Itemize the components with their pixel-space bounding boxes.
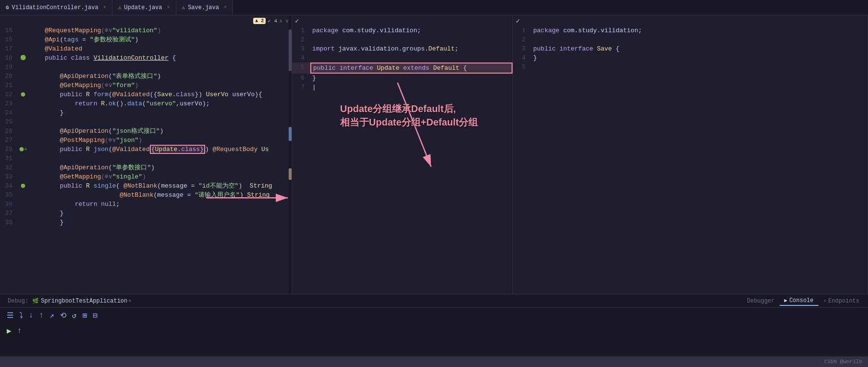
up-btn[interactable]: ↑ <box>16 326 23 336</box>
code-line-34: 34 🟢 public R single( @NotBlank(message … <box>0 181 292 190</box>
code-line-22: 22 🟢 public R form(@Validated({Save.clas… <box>0 90 292 99</box>
code-line-31: 31 <box>0 154 292 163</box>
tool-step-out[interactable]: ↑ <box>38 310 45 321</box>
tool-menu[interactable]: ☰ <box>6 310 14 321</box>
tab-debugger[interactable]: Debugger <box>742 297 780 305</box>
tool-layout[interactable]: ⊟ <box>92 310 98 321</box>
code-line-15: 15 @RequestMapping(⊕∨"vilidation") <box>0 26 292 35</box>
tab-label-mid: Update.java <box>124 4 162 11</box>
left-toolbar: ▲ 2 ✓ 4 ∧ ∨ <box>0 15 292 26</box>
bottom-action-bar: ▶ ↑ <box>0 323 868 339</box>
console-label: Console <box>789 297 813 304</box>
code-line-36: 36 return null; <box>0 200 292 209</box>
console-icon: ▶ <box>784 297 788 304</box>
code-line-23: 23 return R.ok().data("uservo",userVo); <box>0 99 292 108</box>
endpoints-icon: ⚡ <box>823 298 827 304</box>
app-close[interactable]: × <box>128 298 132 304</box>
tool-step-over[interactable]: ⤵ <box>18 310 24 321</box>
left-scrollbar-marker <box>289 127 292 141</box>
tool-rerun[interactable]: ↺ <box>71 310 78 321</box>
spring-app-icon: 🌿 <box>32 298 39 304</box>
tab-icon-orange-right: ⚠ <box>182 4 185 11</box>
bottom-tab-bar: Debug: 🌿 SpringbootTestApplication × Deb… <box>0 294 868 308</box>
debug-label: Debug: <box>4 298 32 304</box>
left-scrollbar-thumb <box>289 29 292 71</box>
left-code-area[interactable]: 15 @RequestMapping(⊕∨"vilidation") 16 @A… <box>0 26 292 294</box>
right-line-5: 5 <box>513 63 868 72</box>
csdn-credit: CSDN @worilb <box>824 359 862 365</box>
code-line-20: 20 @ApiOperation("表单格式接口") <box>0 72 292 81</box>
right-line-3: 3 public interface Save { <box>513 44 868 53</box>
code-line-25: 25 <box>0 117 292 127</box>
code-line-33: 33 @GetMapping(⊕∨"single") <box>0 172 292 181</box>
right-line-2: 2 <box>513 35 868 44</box>
mid-toolbar: ✓ <box>292 15 513 26</box>
bottom-toolbar: ☰ ⤵ ↓ ↑ ↗ ⟲ ↺ ⊞ ⊟ <box>0 308 868 323</box>
tab-close-mid[interactable]: × <box>167 5 170 10</box>
ok-badge: ✓ 4 <box>268 18 277 24</box>
tab-label-right: Save.java <box>188 4 219 11</box>
right-code-area[interactable]: 1 package com.study.vilidation; 2 3 publ… <box>513 26 868 294</box>
endpoints-label: Endpoints <box>828 298 859 304</box>
tab-vilidation-controller[interactable]: G VilidationController.java × <box>0 0 112 15</box>
code-line-18: 18 🟢 public class VilidationController { <box>0 53 292 63</box>
code-line-38: 38 } <box>0 218 292 227</box>
bottom-panel: Debug: 🌿 SpringbootTestApplication × Deb… <box>0 294 868 356</box>
right-toolbar: ✓ <box>513 15 868 26</box>
tool-stop[interactable]: ⊞ <box>82 310 88 321</box>
mid-check-icon: ✓ <box>295 17 299 25</box>
mid-line-6: 6 } <box>292 74 513 83</box>
warn-badge: ▲ 2 <box>253 18 266 24</box>
code-line-19: 19 <box>0 63 292 72</box>
tool-step-into[interactable]: ↓ <box>28 310 35 321</box>
code-line-27: 27 @PostMapping(⊕∨"json") <box>0 136 292 145</box>
tab-endpoints[interactable]: ⚡ Endpoints <box>819 297 864 305</box>
tab-bar: G VilidationController.java × ⚠ Update.j… <box>0 0 868 15</box>
tab-update[interactable]: ⚠ Update.java × <box>112 0 176 15</box>
code-line-35: 35 @NotBlank(message = "请输入用户名") String <box>0 190 292 200</box>
code-line-24: 24 } <box>0 108 292 117</box>
mid-line-5: 5 public interface Update extends Defaul… <box>292 63 513 74</box>
code-line-32: 32 @ApiOperation("单参数接口") <box>0 163 292 172</box>
toolbar-arrows[interactable]: ∧ ∨ <box>279 18 289 24</box>
tab-close-left[interactable]: × <box>103 5 106 10</box>
tool-run-cursor[interactable]: ↗ <box>49 310 55 321</box>
tab-icon-g: G <box>6 5 9 11</box>
mid-line-3: 3 import javax.validation.groups.Default… <box>292 44 513 53</box>
tool-evaluate[interactable]: ⟲ <box>59 310 67 321</box>
debugger-label: Debugger <box>747 298 775 304</box>
editor-mid: ✓ 1 package com.study.vilidation; 2 3 im… <box>292 15 513 294</box>
mid-line-1: 1 package com.study.vilidation; <box>292 26 513 35</box>
code-line-21: 21 @GetMapping(⊕∨"form") <box>0 81 292 90</box>
tab-icon-orange-mid: ⚠ <box>118 4 122 11</box>
left-scrollbar[interactable] <box>289 15 292 294</box>
tab-label-left: VilidationController.java <box>12 4 98 11</box>
status-bar: CSDN @worilb <box>0 356 868 367</box>
right-line-4: 4 } <box>513 53 868 63</box>
tab-console[interactable]: ▶ Console <box>780 296 819 306</box>
right-line-1: 1 package com.study.vilidation; <box>513 26 868 35</box>
code-line-16: 16 @Api(tags = "参数校验测试") <box>0 35 292 44</box>
editor-right: ✓ 1 package com.study.vilidation; 2 3 pu… <box>513 15 868 294</box>
right-check-icon: ✓ <box>516 17 520 25</box>
mid-line-7: 7 | <box>292 83 513 92</box>
editor-left: ▲ 2 ✓ 4 ∧ ∨ 15 @RequestMapping(⊕∨"vilida… <box>0 15 292 294</box>
tab-close-right[interactable]: × <box>224 5 227 10</box>
mid-line-2: 2 <box>292 35 513 44</box>
code-line-17: 17 @Validated <box>0 44 292 53</box>
play-btn[interactable]: ▶ <box>6 325 12 337</box>
mid-line-4: 4 <box>292 53 513 63</box>
editors-area: ▲ 2 ✓ 4 ∧ ∨ 15 @RequestMapping(⊕∨"vilida… <box>0 15 868 294</box>
code-line-37: 37 } <box>0 209 292 218</box>
app-name: SpringbootTestApplication <box>41 298 127 304</box>
code-line-28: 28 🟢⚠ public R json(@Validated{Update.cl… <box>0 145 292 154</box>
code-line-26: 26 @ApiOperation("json格式接口") <box>0 127 292 136</box>
mid-code-area[interactable]: 1 package com.study.vilidation; 2 3 impo… <box>292 26 513 294</box>
tab-save[interactable]: ⚠ Save.java × <box>176 0 233 15</box>
left-scrollbar-warn-marker <box>289 168 292 179</box>
